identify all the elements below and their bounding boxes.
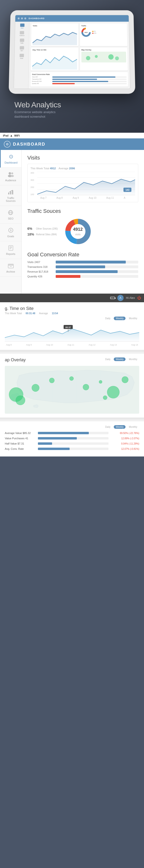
visits-this-week-value: 4912 — [50, 167, 56, 170]
right-panel-section: A Hi Alex ⏻ g. Time on Site This Week To… — [0, 293, 144, 457]
tablet-dot-1 — [18, 18, 20, 19]
sidebar-item-dashboard[interactable]: ⊙ Dashboard — [0, 150, 21, 167]
tablet-time-card: Avg. Time on Site — [31, 48, 78, 70]
svg-marker-31 — [37, 179, 135, 195]
tablet-map-dot-4 — [115, 56, 119, 60]
goal-bar-fill-quantity — [56, 275, 80, 278]
traffic-donut-row: 6% Other Sources (295) 18% Referral Site… — [27, 217, 138, 246]
map-overlay-title: ap Overlay — [5, 358, 26, 363]
map-bubble-10 — [103, 396, 107, 400]
visits-average-value: 2096 — [69, 167, 75, 170]
svg-rect-11 — [8, 193, 9, 194]
tablet-map-title: Map Overlay — [81, 49, 126, 51]
svg-text:$: $ — [10, 229, 11, 232]
stats-value-value-purchases: 12.89% (-2.07%) — [111, 437, 139, 440]
stats-toggle-weekly[interactable]: Weekly — [114, 425, 125, 429]
tablet-main-content: Visits Traffic — [28, 22, 130, 89]
sidebar-item-goals[interactable]: $ Goals — [0, 224, 21, 241]
tablet-sidebar-audience[interactable]: Audience — [20, 31, 24, 36]
time-svg-wrapper: 00:37 — [5, 321, 139, 343]
stats-header-row: Daily Weekly Monthly — [5, 425, 139, 429]
goal-section: Goal Conversion Rate Visits 2407 Transac… — [27, 252, 138, 278]
visits-chart-meta: This Week Total 4912 Average 2096 — [30, 167, 135, 170]
donut-chart: 4912 visits — [64, 217, 92, 246]
time-chart-meta: This Week Total 00:31:48 Average 13:54 — [5, 312, 139, 315]
goal-bar-track-revenue — [56, 270, 138, 273]
stats-label-avg-value: Average Value $85.32 — [5, 432, 36, 434]
map-header-row: ap Overlay Daily Weekly Monthly — [5, 358, 139, 364]
goal-row-transactions: Transactions 318 — [27, 266, 138, 268]
tx-aug12: Aug 12 — [89, 344, 96, 346]
stats-label-conv-rate: Avg. Conv. Rate — [5, 447, 36, 450]
stats-value-half-value: 0.04% (-11.29%) — [111, 442, 139, 445]
ipad-label: iPad — [3, 134, 8, 137]
hi-text: Hi Alex — [126, 296, 135, 300]
x-aug8: Aug 8 — [56, 196, 63, 199]
tablet-conversion-card: Goal Conversion Rate Visits 2407 Transac… — [30, 72, 128, 87]
time-toggle-monthly[interactable]: Monthly — [127, 317, 139, 320]
map-bubble-9 — [122, 376, 128, 383]
sidebar-item-reports[interactable]: Reports — [0, 241, 21, 259]
gear-icon[interactable]: ⚙ — [4, 141, 10, 148]
stats-bar-fill-avg-value — [38, 432, 89, 434]
user-avatar: A — [117, 295, 124, 301]
x-aug9: Aug 9 — [72, 196, 79, 199]
tablet-sidebar-label-dashboard: Dash — [21, 27, 24, 29]
tablet-sidebar-seo[interactable]: SEO — [20, 46, 24, 52]
sidebar-item-seo[interactable]: SEO — [0, 206, 21, 224]
time-toggle-daily[interactable]: Daily — [103, 317, 112, 320]
legend-pct-referral: 18% — [27, 232, 34, 236]
tablet-map-dot-2 — [95, 55, 98, 58]
wifi-icon: ▲ — [10, 134, 13, 137]
sidebar-item-audience[interactable]: Audience — [0, 167, 21, 185]
tablet-sidebar-dashboard[interactable]: Dash — [20, 24, 24, 29]
visits-this-week-label: This Week Total — [30, 167, 49, 170]
goal-label-revenue: Revenue $17,818 — [27, 270, 54, 273]
goal-section-title: Goal Conversion Rate — [27, 252, 138, 258]
tablet-sidebar-goals[interactable]: Goals — [20, 54, 24, 59]
power-icon[interactable]: ⏻ — [137, 296, 141, 300]
stats-table: Average Value $85.32 69.50% (-22.76%) Va… — [5, 432, 139, 450]
map-toggle-daily[interactable]: Daily — [103, 358, 112, 361]
tablet-sidebar-label-goals: Goals — [20, 58, 23, 59]
visits-line-chart: 143 — [37, 172, 135, 195]
goal-bar-fill-transactions — [56, 266, 105, 268]
stats-toggle-monthly[interactable]: Monthly — [127, 425, 139, 429]
reports-icon — [7, 245, 15, 251]
dashboard-icon: ⊙ — [7, 153, 15, 160]
visits-svg-wrapper: 400 300 200 100 — [30, 172, 135, 195]
map-bubble-7 — [99, 380, 102, 383]
tablet-sidebar-label-audience: Audience — [20, 35, 24, 36]
goal-bar-fill-revenue — [56, 270, 118, 273]
time-average-label: Average — [39, 312, 48, 315]
audience-icon — [7, 171, 15, 178]
sidebar-item-archive[interactable]: Archive — [0, 259, 21, 277]
time-toggle-weekly[interactable]: Weekly — [114, 317, 125, 320]
tx-aug8: Aug 8 — [6, 344, 12, 346]
goal-bar-track-quantity — [56, 275, 138, 278]
tablet-sidebar: Dash Audience Traffic SEO — [14, 22, 29, 89]
map-toggle-weekly[interactable]: Weekly — [114, 358, 125, 361]
ipad-section: iPad ▲ WiFi ⚙ DASHBOARD ⊙ Dashboard — [0, 133, 144, 293]
map-bubble-2 — [16, 396, 25, 405]
tablet-goals-icon — [20, 54, 24, 57]
stats-toggle-daily[interactable]: Daily — [103, 425, 112, 429]
sidebar-label-reports: Reports — [6, 252, 15, 255]
goal-bars: Visits 2407 Transactions 318 Revenue $17… — [27, 261, 138, 278]
map-bubble-5 — [69, 376, 74, 381]
svg-marker-40 — [5, 329, 139, 341]
tablet-content: Dash Audience Traffic SEO — [14, 22, 130, 89]
tablet-visits-chart — [32, 28, 77, 48]
divider-1 — [0, 350, 144, 352]
stats-section: Daily Weekly Monthly Average Value $85.3… — [0, 420, 144, 457]
map-toggle-monthly[interactable]: Monthly — [127, 358, 139, 361]
map-bubble-4 — [49, 378, 54, 383]
stats-bar-track-value-purchases — [38, 437, 109, 439]
tablet-sidebar-traffic[interactable]: Traffic — [20, 38, 24, 44]
tx-aug11: Aug 11 — [68, 344, 74, 346]
visits-section-title: Visits — [27, 155, 138, 161]
svg-rect-23 — [8, 265, 14, 268]
stats-bar-track-half-value — [38, 442, 109, 445]
sidebar-item-traffic-sources[interactable]: Traffic Sources — [0, 185, 21, 206]
battery-icon — [110, 297, 115, 299]
